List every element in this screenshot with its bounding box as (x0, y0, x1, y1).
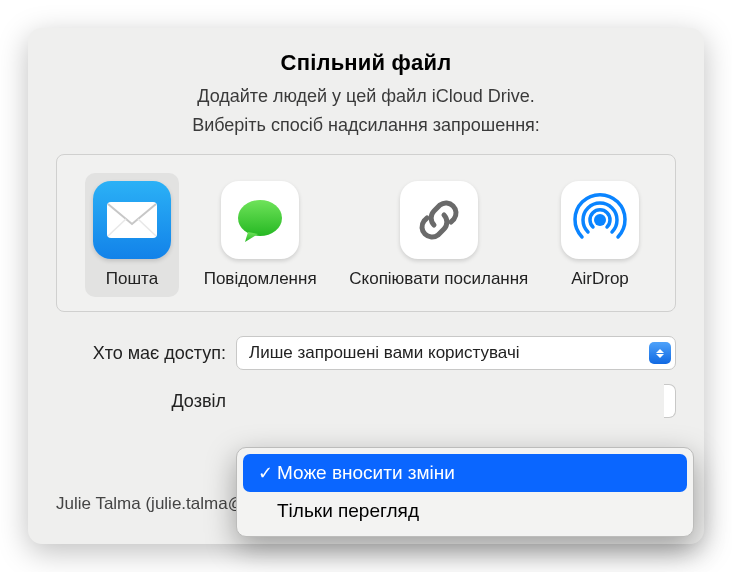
access-label: Хто має доступ: (56, 343, 236, 364)
access-row: Хто має доступ: Лише запрошені вами кори… (56, 336, 676, 370)
permission-option-edit[interactable]: ✓ Може вносити зміни (243, 454, 687, 492)
svg-point-2 (594, 214, 606, 226)
dialog-title: Спільний файл (28, 50, 704, 76)
menu-item-label: Може вносити зміни (277, 462, 455, 484)
menu-item-label: Тільки перегляд (277, 500, 419, 522)
share-option-mail[interactable]: Пошта (85, 173, 179, 297)
share-option-messages[interactable]: Повідомлення (196, 173, 325, 297)
permission-row: Дозвіл (56, 384, 676, 418)
access-popup[interactable]: Лише запрошені вами користувачі (236, 336, 676, 370)
share-option-label: Повідомлення (204, 269, 317, 289)
share-option-label: AirDrop (571, 269, 629, 289)
share-option-label: Скопіювати посилання (349, 269, 528, 289)
svg-rect-0 (107, 202, 157, 238)
share-file-dialog: Спільний файл Додайте людей у цей файл i… (28, 28, 704, 544)
access-value: Лише запрошені вами користувачі (249, 343, 520, 363)
checkmark-icon: ✓ (253, 462, 277, 484)
dialog-subtitle: Додайте людей у цей файл iCloud Drive. (28, 86, 704, 107)
form-rows: Хто має доступ: Лише запрошені вами кори… (56, 336, 676, 418)
permission-option-view[interactable]: Тільки перегляд (243, 492, 687, 530)
dialog-header: Спільний файл Додайте людей у цей файл i… (28, 50, 704, 136)
airdrop-icon (561, 181, 639, 259)
link-icon (400, 181, 478, 259)
svg-point-1 (238, 200, 282, 236)
permission-dropdown: ✓ Може вносити зміни Тільки перегляд (236, 447, 694, 537)
messages-icon (221, 181, 299, 259)
invite-instruction: Виберіть спосіб надсилання запрошення: (28, 115, 704, 136)
share-method-group: Пошта Повідомлення (56, 154, 676, 312)
permission-popup-edge (664, 384, 676, 418)
share-option-airdrop[interactable]: AirDrop (553, 173, 647, 297)
share-option-copy-link[interactable]: Скопіювати посилання (341, 173, 536, 297)
popup-caret-icon (649, 342, 671, 364)
share-option-label: Пошта (106, 269, 158, 289)
mail-icon (93, 181, 171, 259)
permission-label: Дозвіл (56, 391, 236, 412)
